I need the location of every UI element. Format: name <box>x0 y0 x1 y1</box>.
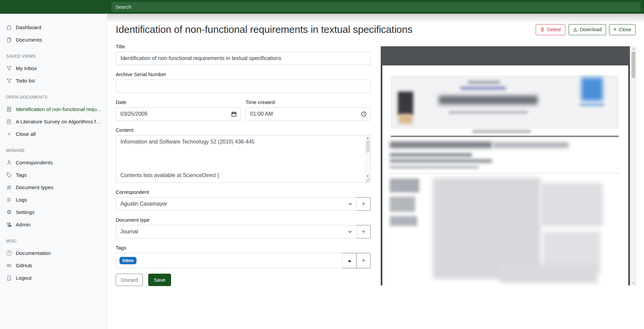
sidebar-item-document-types[interactable]: Document types <box>0 181 107 194</box>
tags-input[interactable]: Inbox <box>116 253 342 268</box>
sidebar-item-logs[interactable]: Logs <box>0 194 107 206</box>
pdf-page <box>382 65 628 285</box>
sciencedirect-logo-blurred <box>581 77 603 101</box>
house-icon <box>6 24 12 31</box>
title-label: Title <box>116 44 371 49</box>
question-circle-icon: ? <box>6 250 12 256</box>
sidebar-item-my-inbox[interactable]: My Inbox <box>0 62 107 74</box>
tag-icon <box>6 172 12 178</box>
document-type-label: Document type <box>116 217 371 223</box>
document-actions: Delete Download × Close <box>536 24 636 35</box>
chevron-down-icon <box>348 202 352 206</box>
sidebar-open-doc-1[interactable]: Identification of non-functional require… <box>0 103 107 115</box>
abstract-blurred <box>433 178 541 279</box>
sidebar-header-misc: MISC <box>0 239 107 243</box>
discard-button[interactable]: Discard <box>116 274 143 286</box>
time-input[interactable] <box>246 107 371 121</box>
content-scrollbar[interactable]: ▲ ▼ <box>365 135 370 182</box>
scroll-down-arrow[interactable]: ▼ <box>365 175 370 178</box>
chevron-down-icon <box>348 230 352 234</box>
preview-scrollbar[interactable]: ▲ ▼ <box>631 46 636 285</box>
tags-dropdown-toggle[interactable] <box>342 253 357 268</box>
add-document-type-button[interactable]: + <box>356 225 371 238</box>
sidebar-item-dashboard[interactable]: Dashboard <box>0 21 107 34</box>
gear-icon: ⚙ <box>6 209 12 215</box>
door-icon <box>6 275 12 281</box>
calendar-icon[interactable] <box>231 111 237 117</box>
sidebar-item-logout[interactable]: Logout <box>0 272 107 284</box>
hash-icon <box>6 184 12 190</box>
add-correspondent-button[interactable]: + <box>356 197 371 211</box>
download-icon <box>573 27 578 32</box>
sidebar-header-saved-views: SAVED VIEWS <box>0 54 107 59</box>
sidebar-item-tags[interactable]: Tags <box>0 169 107 181</box>
link-icon <box>6 263 12 269</box>
delete-button[interactable]: Delete <box>536 24 566 35</box>
pdf-viewer-toolbar <box>381 46 630 65</box>
text-lines-icon <box>6 197 12 203</box>
funnel-icon <box>6 78 12 84</box>
person-icon <box>6 160 12 166</box>
date-input[interactable] <box>116 107 241 121</box>
tag-chip-inbox[interactable]: Inbox <box>119 257 137 264</box>
files-icon <box>6 37 12 43</box>
content-label: Content <box>116 127 371 133</box>
file-text-icon <box>6 119 12 125</box>
close-icon: × <box>613 27 616 32</box>
sidebar-item-admin[interactable]: Admin <box>0 218 107 231</box>
correspondent-select[interactable]: Agustin Casamayor <box>116 197 357 211</box>
sidebar: Dashboard Documents SAVED VIEWS My Inbox… <box>0 14 107 329</box>
document-edit-form: Title Archive Serial Number Date Time cr… <box>116 44 371 286</box>
sidebar-item-todo-list[interactable]: Todo list <box>0 74 107 87</box>
sidebar-header-manage: MANAGE <box>0 148 107 153</box>
tags-label: Tags <box>116 245 371 251</box>
content-textarea[interactable]: Information and Software Technology 52 (… <box>116 135 371 183</box>
scroll-up-arrow[interactable]: ▲ <box>631 47 636 50</box>
article-title-blurred <box>390 142 492 148</box>
title-input[interactable] <box>116 52 371 65</box>
content-line-1: Information and Software Technology 52 (… <box>120 139 255 145</box>
date-label: Date <box>116 99 241 105</box>
download-button[interactable]: Download <box>569 24 606 35</box>
time-label: Time created <box>246 99 371 105</box>
authors-blurred <box>390 153 472 157</box>
page-title: Identification of non-functional require… <box>116 24 413 35</box>
document-type-select[interactable]: Journal <box>116 225 357 238</box>
resize-grip[interactable] <box>366 178 370 182</box>
caret-up-icon <box>348 260 351 262</box>
sidebar-item-correspondents[interactable]: Correspondents <box>0 156 107 169</box>
scrollbar-thumb[interactable] <box>632 51 635 78</box>
top-navbar <box>0 0 644 14</box>
sidebar-item-github[interactable]: GitHub <box>0 259 107 272</box>
publisher-logo-blurred <box>398 92 413 115</box>
main-content: Identification of non-functional require… <box>107 14 644 329</box>
file-text-icon <box>6 106 12 112</box>
asn-label: Archive Serial Number <box>116 71 371 77</box>
x-icon: × <box>6 131 12 137</box>
toggles-icon <box>6 222 12 228</box>
add-tag-button[interactable]: + <box>356 253 371 268</box>
journal-title-blurred <box>439 96 538 105</box>
funnel-icon <box>6 65 12 71</box>
sidebar-item-settings[interactable]: ⚙ Settings <box>0 206 107 218</box>
sidebar-open-doc-2[interactable]: A Literature Survey on Algorithms for Mu… <box>0 115 107 128</box>
content-line-2: Contents lists available at ScienceDirec… <box>120 172 219 178</box>
trash-icon <box>540 27 545 32</box>
sidebar-item-documentation[interactable]: ? Documentation <box>0 247 107 259</box>
asn-input[interactable] <box>116 79 371 93</box>
clock-icon[interactable] <box>361 111 367 117</box>
scroll-down-arrow[interactable]: ▼ <box>631 281 636 284</box>
search-input[interactable] <box>111 2 641 12</box>
correspondent-label: Correspondent <box>116 189 371 195</box>
sidebar-item-close-all[interactable]: × Close all <box>0 128 107 140</box>
close-button[interactable]: × Close <box>609 24 636 35</box>
sidebar-item-documents[interactable]: Documents <box>0 34 107 46</box>
save-button[interactable]: Save <box>148 274 171 286</box>
pdf-preview-panel <box>381 46 630 285</box>
scrollbar-thumb[interactable] <box>366 140 370 153</box>
sidebar-header-open-documents: OPEN DOCUMENTS <box>0 95 107 100</box>
scroll-up-arrow[interactable]: ▲ <box>365 136 370 140</box>
